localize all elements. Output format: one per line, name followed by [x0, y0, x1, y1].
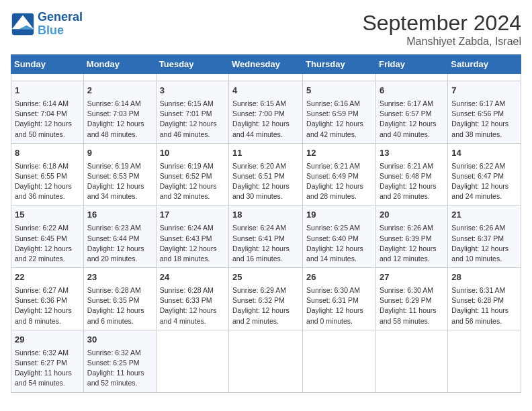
sunrise-text: Sunrise: 6:22 AM — [451, 161, 517, 171]
sunrise-text: Sunrise: 6:14 AM — [87, 99, 152, 109]
day-number: 14 — [451, 147, 517, 160]
day-number: 18 — [232, 209, 299, 222]
sunset-text: Sunset: 6:57 PM — [380, 109, 444, 119]
calendar-cell — [83, 74, 156, 81]
calendar-cell — [303, 74, 376, 81]
calendar-cell: 12Sunrise: 6:21 AMSunset: 6:49 PMDayligh… — [303, 143, 376, 205]
day-number: 24 — [160, 271, 225, 284]
day-number: 30 — [87, 334, 152, 347]
daylight-text: Daylight: 12 hours and 10 minutes. — [451, 244, 517, 264]
daylight-text: Daylight: 12 hours and 12 minutes. — [380, 244, 444, 264]
calendar-cell: 11Sunrise: 6:20 AMSunset: 6:51 PMDayligh… — [229, 143, 303, 205]
daylight-text: Daylight: 12 hours and 2 minutes. — [232, 306, 299, 326]
sunrise-text: Sunrise: 6:26 AM — [380, 223, 444, 233]
daylight-text: Daylight: 12 hours and 32 minutes. — [160, 181, 225, 201]
day-number: 20 — [380, 209, 444, 222]
month-title: September 2024 — [362, 11, 521, 36]
calendar-cell: 4Sunrise: 6:15 AMSunset: 7:00 PMDaylight… — [229, 81, 303, 144]
calendar-cell: 25Sunrise: 6:29 AMSunset: 6:32 PMDayligh… — [229, 268, 303, 330]
sunset-text: Sunset: 6:27 PM — [15, 358, 80, 368]
col-sunday: Sunday — [11, 55, 84, 74]
sunrise-text: Sunrise: 6:19 AM — [87, 161, 152, 171]
sunset-text: Sunset: 6:56 PM — [451, 109, 517, 119]
sunset-text: Sunset: 6:53 PM — [87, 171, 152, 181]
day-number: 19 — [306, 209, 372, 222]
calendar-cell: 2Sunrise: 6:14 AMSunset: 7:03 PMDaylight… — [83, 81, 156, 144]
location-title: Manshiyet Zabda, Israel — [362, 36, 521, 48]
calendar-cell: 17Sunrise: 6:24 AMSunset: 6:43 PMDayligh… — [156, 205, 228, 268]
sunset-text: Sunset: 7:04 PM — [15, 109, 80, 119]
daylight-text: Daylight: 12 hours and 16 minutes. — [232, 244, 299, 264]
logo-icon — [11, 12, 35, 36]
calendar-cell: 20Sunrise: 6:26 AMSunset: 6:39 PMDayligh… — [375, 205, 447, 268]
calendar-cell — [11, 74, 84, 81]
calendar-week-row: 29Sunrise: 6:32 AMSunset: 6:27 PMDayligh… — [11, 330, 521, 392]
day-number: 8 — [15, 147, 80, 160]
sunrise-text: Sunrise: 6:32 AM — [15, 348, 80, 358]
calendar-week-row: 15Sunrise: 6:22 AMSunset: 6:45 PMDayligh… — [11, 205, 521, 268]
calendar-cell: 5Sunrise: 6:16 AMSunset: 6:59 PMDaylight… — [303, 81, 376, 144]
day-number: 11 — [232, 147, 299, 160]
sunset-text: Sunset: 6:32 PM — [232, 295, 299, 306]
calendar-cell — [375, 74, 447, 81]
calendar-cell — [156, 74, 228, 81]
daylight-text: Daylight: 12 hours and 22 minutes. — [15, 244, 80, 264]
sunset-text: Sunset: 6:44 PM — [87, 234, 152, 244]
calendar-cell: 19Sunrise: 6:25 AMSunset: 6:40 PMDayligh… — [303, 205, 376, 268]
calendar-week-row: 1Sunrise: 6:14 AMSunset: 7:04 PMDaylight… — [11, 81, 521, 144]
day-number: 4 — [232, 85, 299, 97]
calendar-cell: 14Sunrise: 6:22 AMSunset: 6:47 PMDayligh… — [448, 143, 521, 205]
sunset-text: Sunset: 6:31 PM — [306, 295, 372, 306]
daylight-text: Daylight: 12 hours and 4 minutes. — [160, 306, 225, 326]
calendar-cell — [448, 330, 521, 392]
calendar-cell: 27Sunrise: 6:30 AMSunset: 6:29 PMDayligh… — [375, 268, 447, 330]
calendar-week-row — [11, 74, 521, 81]
sunrise-text: Sunrise: 6:20 AM — [232, 161, 299, 171]
sunset-text: Sunset: 6:51 PM — [232, 171, 299, 181]
sunrise-text: Sunrise: 6:32 AM — [87, 348, 152, 358]
sunset-text: Sunset: 6:35 PM — [87, 295, 152, 306]
daylight-text: Daylight: 12 hours and 24 minutes. — [451, 181, 517, 201]
sunrise-text: Sunrise: 6:26 AM — [451, 223, 517, 233]
col-tuesday: Tuesday — [156, 55, 228, 74]
calendar-cell: 3Sunrise: 6:15 AMSunset: 7:01 PMDaylight… — [156, 81, 228, 144]
daylight-text: Daylight: 12 hours and 36 minutes. — [15, 181, 80, 201]
calendar-cell: 29Sunrise: 6:32 AMSunset: 6:27 PMDayligh… — [11, 330, 84, 392]
sunrise-text: Sunrise: 6:19 AM — [160, 161, 225, 171]
sunrise-text: Sunrise: 6:28 AM — [160, 285, 225, 295]
day-number: 7 — [451, 85, 517, 97]
sunset-text: Sunset: 6:55 PM — [15, 171, 80, 181]
day-number: 13 — [380, 147, 444, 160]
sunset-text: Sunset: 6:33 PM — [160, 295, 225, 306]
sunset-text: Sunset: 6:37 PM — [451, 234, 517, 244]
col-thursday: Thursday — [303, 55, 376, 74]
sunset-text: Sunset: 6:48 PM — [380, 171, 444, 181]
daylight-text: Daylight: 12 hours and 0 minutes. — [306, 306, 372, 326]
day-number: 29 — [15, 334, 80, 347]
sunset-text: Sunset: 6:59 PM — [306, 109, 372, 119]
calendar-cell: 24Sunrise: 6:28 AMSunset: 6:33 PMDayligh… — [156, 268, 228, 330]
daylight-text: Daylight: 12 hours and 48 minutes. — [87, 119, 152, 139]
calendar-cell — [229, 74, 303, 81]
calendar-table: Sunday Monday Tuesday Wednesday Thursday… — [11, 54, 521, 393]
calendar-week-row: 22Sunrise: 6:27 AMSunset: 6:36 PMDayligh… — [11, 268, 521, 330]
sunrise-text: Sunrise: 6:15 AM — [160, 99, 225, 109]
sunrise-text: Sunrise: 6:27 AM — [15, 285, 80, 295]
sunrise-text: Sunrise: 6:31 AM — [451, 285, 517, 295]
calendar-cell: 22Sunrise: 6:27 AMSunset: 6:36 PMDayligh… — [11, 268, 84, 330]
sunrise-text: Sunrise: 6:15 AM — [232, 99, 299, 109]
calendar-cell: 16Sunrise: 6:23 AMSunset: 6:44 PMDayligh… — [83, 205, 156, 268]
sunset-text: Sunset: 6:29 PM — [380, 295, 444, 306]
calendar-cell — [229, 330, 303, 392]
day-number: 5 — [306, 85, 372, 97]
sunset-text: Sunset: 6:47 PM — [451, 171, 517, 181]
sunset-text: Sunset: 6:36 PM — [15, 295, 80, 306]
sunrise-text: Sunrise: 6:28 AM — [87, 285, 152, 295]
calendar-cell — [375, 330, 447, 392]
calendar-cell: 23Sunrise: 6:28 AMSunset: 6:35 PMDayligh… — [83, 268, 156, 330]
day-number: 9 — [87, 147, 152, 160]
daylight-text: Daylight: 12 hours and 6 minutes. — [87, 306, 152, 326]
sunrise-text: Sunrise: 6:21 AM — [306, 161, 372, 171]
sunrise-text: Sunrise: 6:17 AM — [380, 99, 444, 109]
daylight-text: Daylight: 12 hours and 14 minutes. — [306, 244, 372, 264]
